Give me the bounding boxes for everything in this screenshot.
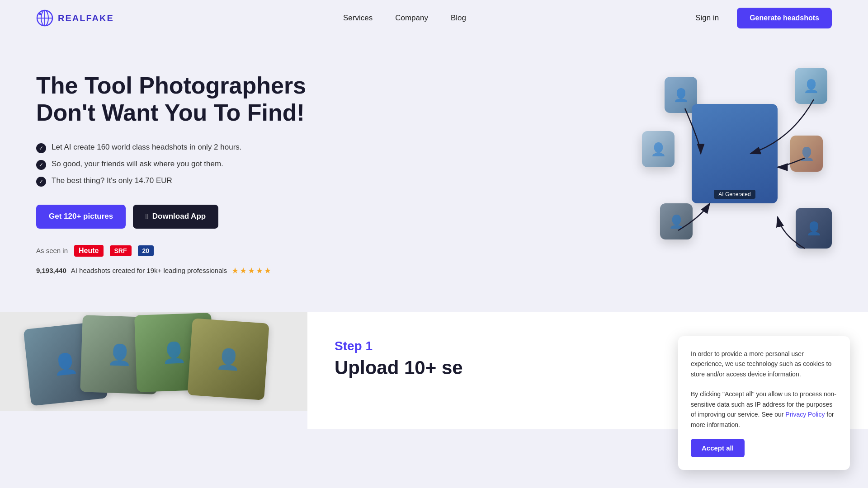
step-content: Step 1 Upload 10+ se [335, 339, 463, 379]
hero-bullets: Let AI create 160 world class headshots … [36, 143, 326, 187]
accept-all-button[interactable]: Accept all [691, 439, 745, 457]
nav-blog[interactable]: Blog [451, 14, 466, 23]
brand-name: REALFAKE [58, 13, 114, 23]
photo-center-ai: AI Generated [692, 104, 778, 203]
photo-person-4: 👤 [187, 318, 269, 400]
person-silhouette-br: 👤 [796, 208, 832, 249]
bullet-1: Let AI create 160 world class headshots … [36, 143, 326, 153]
nav-services[interactable]: Services [343, 14, 373, 23]
check-icon-2 [36, 160, 46, 170]
apple-icon:  [146, 212, 149, 221]
generate-headshots-button[interactable]: Generate headshots [737, 8, 832, 28]
step-label: Step 1 [335, 339, 463, 353]
as-seen-label: As seen in [36, 247, 68, 254]
hero-image-composition: 👤 👤 👤 AI Generated 👤 👤 👤 [642, 68, 832, 285]
photo-ml: 👤 [642, 131, 675, 167]
navbar: REALFAKE Services Company Blog Sign in G… [0, 0, 868, 36]
nav-links: Services Company Blog [343, 14, 466, 23]
person-silhouette-ml: 👤 [642, 131, 675, 167]
signin-link[interactable]: Sign in [695, 14, 719, 23]
stat-text: AI headshots created for 19k+ leading pr… [71, 267, 227, 274]
person-silhouette-tr: 👤 [795, 68, 827, 104]
nav-right: Sign in Generate headshots [695, 8, 832, 28]
stat-number: 9,193,440 [36, 267, 66, 274]
photo-mr: 👤 [790, 136, 823, 172]
as-seen-row: As seen in Heute SRF 20 [36, 245, 326, 257]
get-pictures-button[interactable]: Get 120+ pictures [36, 205, 126, 229]
badge-srf: SRF [110, 245, 132, 256]
download-app-button[interactable]:  Download App [133, 205, 218, 229]
photo-card-4: 👤 [187, 318, 269, 400]
bullet-2-text: So good, your friends will ask where you… [52, 160, 223, 169]
step-heading: Upload 10+ se [335, 357, 463, 379]
bullet-3: The best thing? It's only 14.70 EUR [36, 176, 326, 187]
person-silhouette-bl: 👤 [660, 203, 693, 239]
nav-company[interactable]: Company [395, 14, 428, 23]
check-icon-3 [36, 177, 46, 187]
photo-bl: 👤 [660, 203, 693, 239]
stats-row: 9,193,440 AI headshots created for 19k+ … [36, 266, 326, 276]
hero-content: The Tool Photographers Don't Want You To… [36, 63, 326, 276]
logo-icon [36, 9, 53, 27]
bullet-2: So good, your friends will ask where you… [36, 160, 326, 170]
person-silhouette-mr: 👤 [790, 136, 823, 172]
cookie-banner: In order to provide a more personal user… [678, 336, 850, 470]
cookie-text-1: In order to provide a more personal user… [691, 350, 831, 378]
hero-title: The Tool Photographers Don't Want You To… [36, 72, 326, 127]
ai-generated-label: AI Generated [714, 190, 755, 199]
stacked-photos: 👤 👤 👤 👤 [0, 312, 307, 411]
download-app-label: Download App [152, 212, 206, 221]
cookie-text: In order to provide a more personal user… [691, 349, 837, 430]
stars-rating: ★★★★★ [231, 266, 272, 276]
bullet-1-text: Let AI create 160 world class headshots … [52, 143, 242, 152]
photo-tr: 👤 [795, 68, 827, 104]
bullet-3-text: The best thing? It's only 14.70 EUR [52, 176, 172, 185]
badge-heute: Heute [74, 245, 103, 257]
badge-20min: 20 [138, 245, 154, 256]
check-icon-1 [36, 143, 46, 153]
svg-point-4 [39, 13, 42, 15]
hero-actions: Get 120+ pictures  Download App [36, 205, 326, 229]
hero-section: The Tool Photographers Don't Want You To… [0, 36, 868, 303]
photo-br: 👤 [796, 208, 832, 249]
upload-photos-preview: 👤 👤 👤 👤 [0, 312, 307, 411]
logo[interactable]: REALFAKE [36, 9, 114, 27]
privacy-policy-link[interactable]: Privacy Policy [785, 411, 825, 418]
